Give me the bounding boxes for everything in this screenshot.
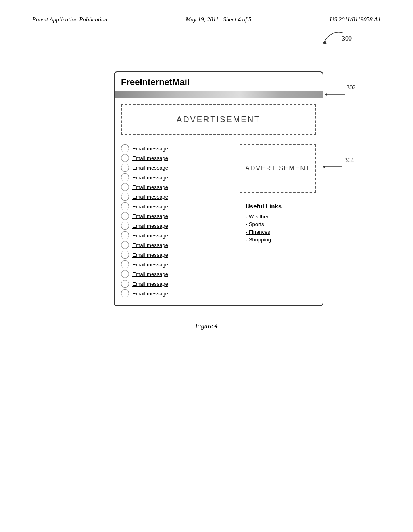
useful-link-weather[interactable]: - Weather [246, 214, 310, 220]
arrow-302-svg [319, 88, 355, 100]
email-link: Email message [132, 252, 168, 258]
ad-top-text: ADVERTISEMENT [177, 115, 261, 124]
diagram-inner: 300 FreeInternetMail ADVERTISEMENT [90, 47, 323, 306]
email-circle [121, 280, 129, 288]
email-circle [121, 289, 129, 297]
email-link: Email message [132, 184, 168, 190]
email-circle [121, 144, 129, 152]
header-sheet: Sheet 4 of 5 [223, 16, 251, 23]
header-date-sheet: May 19, 2011 Sheet 4 of 5 [186, 16, 251, 23]
list-item: Email message [121, 154, 235, 162]
email-list: Email message Email message Email messag… [121, 144, 235, 299]
email-link: Email message [132, 175, 168, 181]
list-item: Email message [121, 212, 235, 220]
arrow-300-svg [311, 25, 360, 57]
list-item: Email message [121, 260, 235, 268]
useful-links-title: Useful Links [246, 203, 310, 210]
list-item: Email message [121, 222, 235, 230]
list-item: Email message [121, 173, 235, 181]
email-circle [121, 222, 129, 230]
list-item: Email message [121, 251, 235, 259]
email-link: Email message [132, 291, 168, 297]
useful-links-box: Useful Links - Weather - Sports - Financ… [240, 197, 316, 250]
email-link: Email message [132, 155, 168, 161]
useful-link-sports[interactable]: - Sports [246, 221, 310, 227]
arrow-304-svg [317, 161, 353, 173]
email-link: Email message [132, 271, 168, 277]
list-item: Email message [121, 193, 235, 201]
email-circle [121, 183, 129, 191]
email-link: Email message [132, 165, 168, 171]
title-bar: FreeInternetMail [115, 72, 323, 91]
diagram-container: 300 FreeInternetMail ADVERTISEMENT [0, 31, 413, 306]
email-circle [121, 154, 129, 162]
email-circle [121, 164, 129, 172]
email-link: Email message [132, 213, 168, 219]
useful-link-finances[interactable]: - Finances [246, 229, 310, 235]
list-item: Email message [121, 144, 235, 152]
figure-caption: Figure 4 [0, 322, 413, 330]
content-area: Email message Email message Email messag… [115, 141, 323, 305]
svg-marker-2 [323, 165, 325, 168]
email-circle [121, 193, 129, 201]
email-circle [121, 173, 129, 181]
email-link: Email message [132, 233, 168, 239]
ad-side-text: ADVERTISEMENT [245, 165, 311, 172]
list-item: Email message [121, 280, 235, 288]
list-item: Email message [121, 289, 235, 297]
email-circle [121, 260, 129, 268]
email-link: Email message [132, 194, 168, 200]
email-circle [121, 212, 129, 220]
list-item: Email message [121, 241, 235, 249]
email-circle [121, 241, 129, 249]
email-circle [121, 270, 129, 278]
list-item: Email message [121, 183, 235, 191]
gradient-bar [115, 91, 323, 98]
list-item: Email message [121, 231, 235, 239]
list-item: Email message [121, 164, 235, 172]
email-link: Email message [132, 262, 168, 268]
header-date: May 19, 2011 [186, 16, 223, 23]
svg-marker-1 [325, 93, 327, 96]
useful-link-shopping[interactable]: - Shopping [246, 237, 310, 243]
email-link: Email message [132, 223, 168, 229]
ad-box-side: ADVERTISEMENT [240, 144, 316, 193]
email-circle [121, 231, 129, 239]
email-window: FreeInternetMail ADVERTISEMENT Email mes… [114, 71, 323, 306]
header-publication: Patent Application Publication [32, 16, 107, 23]
email-circle [121, 251, 129, 259]
list-item: Email message [121, 202, 235, 210]
email-link: Email message [132, 204, 168, 210]
right-column: ADVERTISEMENT Useful Links - Weather - S… [240, 144, 316, 299]
email-link: Email message [132, 145, 168, 152]
figure-caption-text: Figure 4 [196, 322, 218, 329]
ad-box-top: ADVERTISEMENT [121, 104, 316, 135]
header-patent-number: US 2011/0119058 A1 [330, 16, 381, 23]
app-title: FreeInternetMail [121, 77, 190, 87]
list-item: Email message [121, 270, 235, 278]
email-link: Email message [132, 281, 168, 287]
email-link: Email message [132, 242, 168, 248]
email-circle [121, 202, 129, 210]
